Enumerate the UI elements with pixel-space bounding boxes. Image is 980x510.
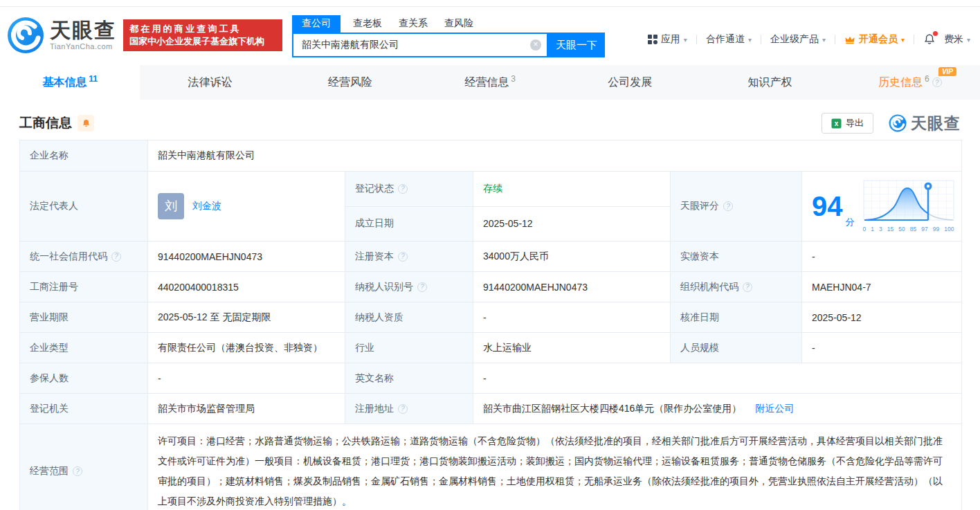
field-value-reg-status: 存续 xyxy=(473,172,671,207)
brand-name: 天眼查 xyxy=(50,20,116,41)
field-value-reg-address: 韶关市曲江区韶钢社区大楼四楼416单元（限作办公室使用） 附近公司 xyxy=(473,394,962,424)
help-icon[interactable] xyxy=(723,201,733,211)
field-label-english-name: 英文名称 xyxy=(345,363,473,394)
vip-badge: VIP xyxy=(938,67,956,76)
nearby-companies-link[interactable]: 附近公司 xyxy=(755,403,794,414)
slogan-line2: 国家中小企业发展子基金旗下机构 xyxy=(129,35,276,48)
clear-input-icon[interactable] xyxy=(530,39,541,51)
tab-intellectual-property[interactable]: 知识产权 xyxy=(700,65,840,100)
field-label-credit-code: 统一社会信用代码 xyxy=(20,242,148,272)
search-input[interactable] xyxy=(292,33,548,57)
tab-count: 3 xyxy=(511,74,516,84)
search-button[interactable]: 天眼一下 xyxy=(548,33,605,57)
table-row: 法定代表人 刘 刘金波 登记状态 存续 天眼评分 94 分 xyxy=(20,172,962,207)
tab-count: 6 xyxy=(925,74,929,84)
top-nav: 应用 合作通道 企业级产品 开通会员 费米 xyxy=(648,33,970,46)
tab-company-development[interactable]: 公司发展 xyxy=(560,65,700,100)
legal-rep-avatar[interactable]: 刘 xyxy=(158,193,184,219)
tab-operation-risk[interactable]: 经营风险 xyxy=(280,65,420,100)
score-unit: 分 xyxy=(846,216,855,228)
field-value-insured-count: - xyxy=(148,363,345,394)
slogan-line1: 都在用的商业查询工具 xyxy=(129,23,276,35)
field-label-reg-capital: 注册资本 xyxy=(345,242,473,272)
field-label-reg-address: 注册地址 xyxy=(345,394,473,424)
svg-text:x: x xyxy=(835,120,839,127)
field-value-reg-capital: 34000万人民币 xyxy=(473,242,671,272)
help-icon[interactable] xyxy=(743,282,752,292)
help-icon[interactable] xyxy=(398,184,408,194)
tianyancha-watermark-icon xyxy=(889,114,907,132)
crown-icon xyxy=(844,35,855,44)
export-button[interactable]: x 导出 xyxy=(822,113,873,134)
field-label-reg-number: 工商注册号 xyxy=(20,272,148,302)
brand-domain: TianYanCha.com xyxy=(50,42,116,51)
search-tab-risk[interactable]: 查风险 xyxy=(444,17,473,33)
search-tabs: 查公司 查老板 查关系 查风险 xyxy=(292,15,605,33)
help-icon[interactable] xyxy=(417,282,427,292)
help-icon[interactable] xyxy=(932,78,942,87)
field-value-legal-rep: 刘 刘金波 xyxy=(148,172,345,242)
field-label-approval-date: 核准日期 xyxy=(671,302,802,333)
field-value-reg-number: 440200400018315 xyxy=(148,272,345,302)
field-value-org-code: MAEHJN04-7 xyxy=(802,272,962,302)
field-value-company-type: 有限责任公司（港澳台投资、非独资） xyxy=(148,333,345,363)
apps-grid-icon xyxy=(648,35,657,44)
field-label-insured-count: 参保人数 xyxy=(20,363,148,394)
company-tabbar: 基本信息11 法律诉讼 经营风险 经营信息3 公司发展 知识产权 VIP 历史信… xyxy=(0,65,980,100)
nav-open-vip[interactable]: 开通会员 xyxy=(844,33,905,46)
field-value-reg-authority: 韶关市市场监督管理局 xyxy=(148,394,345,424)
nav-divider xyxy=(835,35,835,44)
table-row: 企业名称 韶关中南港航有限公司 xyxy=(20,140,962,172)
search-tab-company[interactable]: 查公司 xyxy=(292,15,341,33)
monitor-bell-icon[interactable] xyxy=(78,115,94,131)
chevron-down-icon xyxy=(684,36,687,44)
search-tab-relation[interactable]: 查关系 xyxy=(399,17,428,33)
field-label-business-scope: 经营范围 xyxy=(20,424,148,510)
section-header: 工商信息 x 导出 天眼查 xyxy=(19,111,961,136)
tianyancha-logo[interactable]: 天眼查 TianYanCha.com xyxy=(7,17,116,54)
table-row: 登记机关 韶关市市场监督管理局 注册地址 韶关市曲江区韶钢社区大楼四楼416单元… xyxy=(20,394,962,424)
nav-divider xyxy=(914,35,914,44)
chart-axis-ticks: 01 315 5085 9799 100 xyxy=(863,226,954,233)
field-value-company-name: 韶关中南港航有限公司 xyxy=(148,140,962,172)
brand-slogan-badge: 都在用的商业查询工具 国家中小企业发展子基金旗下机构 xyxy=(123,19,282,51)
search-area: 查公司 查老板 查关系 查风险 天眼一下 xyxy=(292,15,605,57)
tab-legal-litigation[interactable]: 法律诉讼 xyxy=(140,65,280,100)
section-title: 工商信息 xyxy=(19,114,72,132)
tianyancha-watermark: 天眼查 xyxy=(889,113,961,134)
table-row: 经营范围 许可项目：港口经营；水路普通货物运输；公共铁路运输；道路货物运输（不含… xyxy=(20,424,962,510)
field-value-business-scope: 许可项目：港口经营；水路普通货物运输；公共铁路运输；道路货物运输（不含危险货物）… xyxy=(148,424,962,510)
tab-basic-info[interactable]: 基本信息11 xyxy=(0,65,140,100)
field-value-staff-size: - xyxy=(802,333,962,363)
field-value-score: 94 分 xyxy=(802,172,962,242)
tab-business-info[interactable]: 经营信息3 xyxy=(420,65,560,100)
nav-divider xyxy=(696,35,697,44)
chevron-down-icon xyxy=(748,36,752,44)
nav-user[interactable]: 费米 xyxy=(944,33,970,46)
search-tab-boss[interactable]: 查老板 xyxy=(353,17,382,33)
field-value-english-name: - xyxy=(473,363,962,394)
field-label-legal-rep: 法定代表人 xyxy=(20,172,148,242)
field-label-score: 天眼评分 xyxy=(671,172,802,242)
field-label-industry: 行业 xyxy=(345,333,473,363)
help-icon[interactable] xyxy=(111,252,121,262)
field-label-paid-capital: 实缴资本 xyxy=(671,242,802,272)
nav-enterprise-products[interactable]: 企业级产品 xyxy=(770,33,826,46)
field-label-company-name: 企业名称 xyxy=(20,140,148,172)
help-icon[interactable] xyxy=(398,404,408,414)
help-icon[interactable] xyxy=(73,466,82,476)
field-label-reg-authority: 登记机关 xyxy=(20,394,148,424)
legal-rep-link[interactable]: 刘金波 xyxy=(192,200,221,212)
field-label-establish-date: 成立日期 xyxy=(345,206,473,242)
field-value-credit-code: 91440200MAEHJN0473 xyxy=(148,242,345,272)
nav-channel[interactable]: 合作通道 xyxy=(706,33,752,46)
site-header: 天眼查 TianYanCha.com 都在用的商业查询工具 国家中小企业发展子基… xyxy=(0,7,980,61)
chevron-down-icon xyxy=(822,36,826,44)
tab-history-info[interactable]: VIP 历史信息6 xyxy=(840,65,980,100)
notifications-bell-icon[interactable] xyxy=(923,33,936,46)
field-label-business-term: 营业期限 xyxy=(20,302,148,333)
status-badge: 存续 xyxy=(483,183,502,194)
nav-apps[interactable]: 应用 xyxy=(648,33,687,46)
field-value-industry: 水上运输业 xyxy=(473,333,671,363)
help-icon[interactable] xyxy=(398,252,408,262)
